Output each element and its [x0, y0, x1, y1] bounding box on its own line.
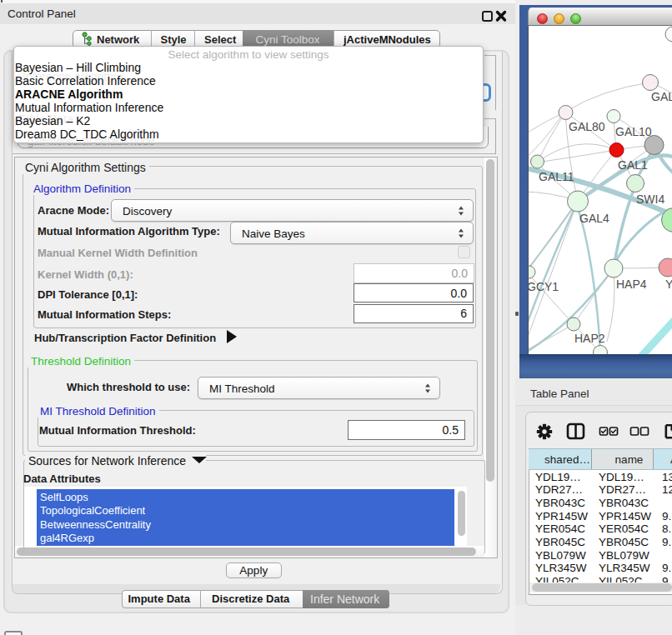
- svg-text:HAP2: HAP2: [574, 332, 605, 345]
- svg-text:GCY1: GCY1: [529, 280, 559, 293]
- svg-text:SWI4: SWI4: [636, 192, 664, 206]
- svg-text:GAL1: GAL1: [618, 158, 648, 172]
- svg-text:GAL10: GAL10: [615, 125, 652, 138]
- svg-text:HAP4: HAP4: [616, 278, 647, 291]
- svg-text:YD: YD: [665, 278, 672, 291]
- svg-text:GAL4: GAL4: [579, 212, 609, 225]
- svg-text:GAL80: GAL80: [569, 120, 605, 133]
- svg-text:GAL2: GAL2: [651, 90, 672, 103]
- svg-text:GAL11: GAL11: [539, 170, 574, 183]
